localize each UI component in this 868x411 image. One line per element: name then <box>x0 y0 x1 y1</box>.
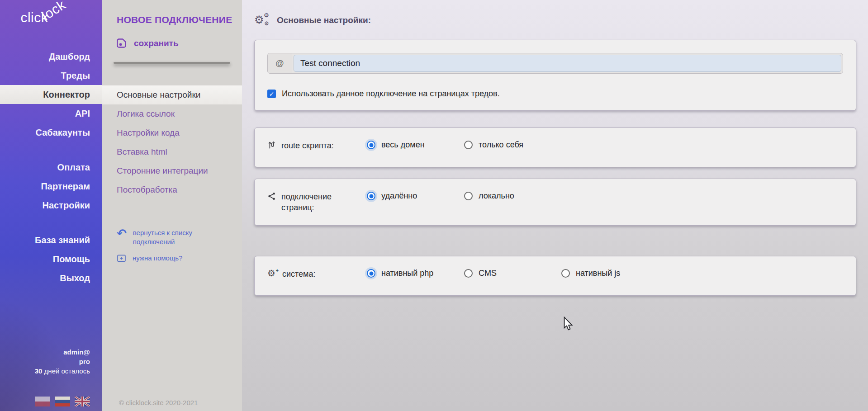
sidebar-item-dashboard[interactable]: Дашборд <box>0 47 102 66</box>
route-script-label: route скрипта: <box>281 140 334 151</box>
share-icon <box>267 192 276 201</box>
system-label: система: <box>282 269 316 279</box>
radio-selected-icon[interactable] <box>367 141 375 149</box>
route-script-options: весь домен только себя <box>367 140 523 150</box>
save-button-label: сохранить <box>134 38 179 48</box>
panel-links: ↶ вернуться к списку подключений нужна п… <box>117 228 233 265</box>
system-card: ⚙+ система: нативный php CMS нативный js <box>254 256 856 296</box>
sidebar: clicklock Дашборд Треды Коннектор API Са… <box>0 0 102 411</box>
sidebar-nav: Дашборд Треды Коннектор API Сабакаунты О… <box>0 47 102 288</box>
system-options: нативный php CMS нативный js <box>367 269 620 278</box>
radio-selected-icon[interactable] <box>367 192 375 200</box>
back-to-connections-label: вернуться к списку подключений <box>133 228 205 246</box>
sidebar-item-logout[interactable]: Выход <box>0 269 102 288</box>
menu-item-link-logic[interactable]: Логика ссылок <box>102 104 242 123</box>
save-floppy-icon <box>115 37 128 49</box>
russia-flag-icon[interactable] <box>55 397 70 406</box>
language-switcher <box>0 397 90 406</box>
user-email: admin@ <box>0 347 90 357</box>
save-button[interactable]: сохранить <box>115 37 242 49</box>
connection-settings-menu: Основные настройки Логика ссылок Настрой… <box>102 85 242 199</box>
sidebar-item-subaccounts[interactable]: Сабакаунты <box>0 123 102 142</box>
sidebar-item-threads[interactable]: Треды <box>0 66 102 85</box>
menu-item-main-settings[interactable]: Основные настройки <box>102 85 242 104</box>
radio-unselected-icon[interactable] <box>464 269 473 278</box>
panel-divider <box>114 62 230 64</box>
add-comment-icon <box>117 254 126 265</box>
menu-item-html-insert[interactable]: Вставка html <box>102 142 242 161</box>
use-on-threads-label: Использовать данное подключение на стран… <box>282 89 500 99</box>
pages-connection-label-group: подключение страниц: <box>267 191 367 213</box>
route-icon <box>267 141 276 150</box>
user-days-left: 30 дней осталось <box>0 366 90 376</box>
pages-connection-card: подключение страниц: удалённо локально <box>254 179 856 226</box>
need-help-link[interactable]: нужна помощь? <box>117 254 233 265</box>
clicklock-logo[interactable]: clicklock <box>0 0 102 35</box>
poland-flag-icon[interactable] <box>35 397 50 406</box>
connection-name-input-group: @ <box>267 53 843 74</box>
radio-option-cms[interactable]: CMS <box>464 269 561 278</box>
copyright: © clicklock.site 2020-2021 <box>119 399 198 406</box>
at-prefix-icon: @ <box>268 53 292 73</box>
sidebar-item-knowledge-base[interactable]: База знаний <box>0 231 102 250</box>
need-help-label: нужна помощь? <box>133 254 182 263</box>
pages-connection-label: подключение страниц: <box>281 191 349 213</box>
radio-option-remote[interactable]: удалённо <box>367 191 464 201</box>
route-script-card: route скрипта: весь домен только себя <box>254 128 856 167</box>
radio-unselected-icon[interactable] <box>464 192 473 200</box>
back-to-connections-link[interactable]: ↶ вернуться к списку подключений <box>117 228 233 246</box>
menu-item-postprocessing[interactable]: Постобработка <box>102 180 242 199</box>
radio-unselected-icon[interactable] <box>561 269 570 278</box>
user-days-text: дней осталось <box>42 367 90 375</box>
main-header: ⚙⚙⚙ Основные настройки: <box>254 14 856 27</box>
undo-icon: ↶ <box>117 228 127 238</box>
sidebar-item-partners[interactable]: Партнерам <box>0 177 102 196</box>
gear-icon: ⚙+ <box>267 269 277 278</box>
radio-option-native-js[interactable]: нативный js <box>561 269 620 278</box>
sidebar-item-connector[interactable]: Коннектор <box>0 85 102 104</box>
radio-option-native-php[interactable]: нативный php <box>367 269 464 278</box>
system-label-group: ⚙+ система: <box>267 269 367 279</box>
sidebar-item-settings[interactable]: Настройки <box>0 196 102 215</box>
route-script-label-group: route скрипта: <box>267 140 367 151</box>
pages-connection-options: удалённо локально <box>367 191 514 201</box>
radio-selected-icon[interactable] <box>367 269 375 278</box>
radio-option-only-self[interactable]: только себя <box>464 140 523 150</box>
page-title: Основные настройки: <box>277 15 371 25</box>
user-days-number: 30 <box>35 367 43 375</box>
radio-option-local[interactable]: локально <box>464 191 514 201</box>
connection-panel: НОВОЕ ПОДКЛЮЧЕНИЕ сохранить Основные нас… <box>102 0 242 411</box>
gears-icon: ⚙⚙⚙ <box>254 14 270 27</box>
user-plan: pro <box>0 357 90 366</box>
use-on-threads-checkbox-row[interactable]: Использовать данное подключение на стран… <box>267 89 843 99</box>
connection-name-card: @ Использовать данное подключение на стр… <box>254 40 856 111</box>
connection-name-input[interactable] <box>294 55 841 72</box>
sidebar-item-api[interactable]: API <box>0 104 102 123</box>
menu-item-integrations[interactable]: Сторонние интеграции <box>102 161 242 180</box>
menu-item-code-settings[interactable]: Настройки кода <box>102 123 242 142</box>
sidebar-footer: admin@ pro 30 дней осталось <box>0 347 102 411</box>
radio-option-whole-domain[interactable]: весь домен <box>367 140 464 150</box>
panel-title: НОВОЕ ПОДКЛЮЧЕНИЕ <box>102 0 242 25</box>
sidebar-item-payment[interactable]: Оплата <box>0 158 102 177</box>
radio-unselected-icon[interactable] <box>464 141 473 149</box>
uk-flag-icon[interactable] <box>75 397 90 406</box>
main-content: ⚙⚙⚙ Основные настройки: @ Использовать д… <box>242 0 868 411</box>
checkbox-checked-icon[interactable] <box>267 90 276 98</box>
sidebar-item-help[interactable]: Помощь <box>0 250 102 269</box>
